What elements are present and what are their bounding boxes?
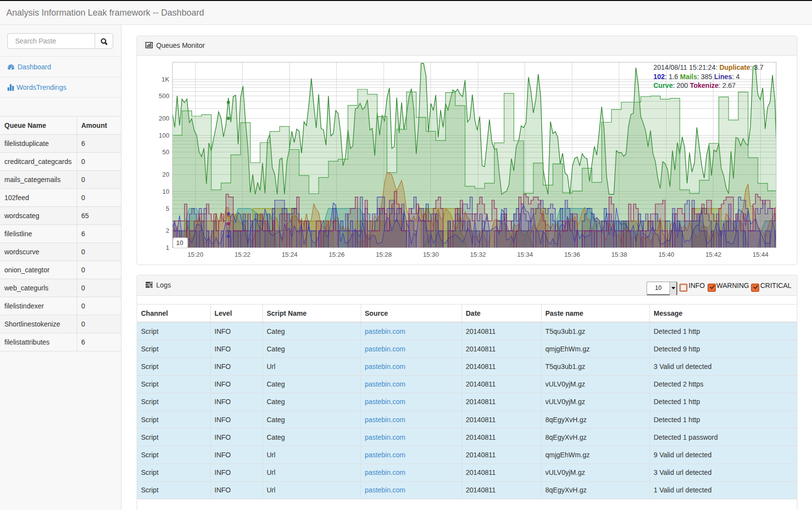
svg-text:2: 2: [166, 227, 169, 234]
svg-text:15:42: 15:42: [706, 251, 722, 258]
svg-text:15:44: 15:44: [752, 251, 769, 258]
svg-text:10: 10: [162, 188, 169, 195]
svg-text:15:28: 15:28: [376, 251, 392, 258]
svg-text:200: 200: [159, 115, 169, 122]
svg-text:15:22: 15:22: [235, 251, 251, 258]
svg-text:15:30: 15:30: [423, 251, 439, 258]
svg-text:1: 1: [166, 244, 169, 251]
svg-text:100: 100: [159, 132, 169, 139]
svg-text:15:40: 15:40: [658, 251, 674, 258]
svg-text:15:26: 15:26: [329, 251, 345, 258]
svg-text:15:20: 15:20: [187, 251, 203, 258]
svg-text:500: 500: [159, 92, 169, 100]
svg-text:5: 5: [166, 205, 169, 212]
svg-text:15:38: 15:38: [611, 251, 628, 258]
svg-text:15:32: 15:32: [470, 251, 486, 258]
svg-text:20: 20: [162, 171, 169, 178]
svg-text:1K: 1K: [162, 76, 169, 83]
svg-text:50: 50: [162, 148, 169, 156]
svg-text:15:34: 15:34: [517, 251, 533, 258]
svg-text:15:36: 15:36: [564, 251, 580, 258]
svg-text:10: 10: [176, 239, 183, 246]
svg-text:15:24: 15:24: [282, 251, 298, 258]
